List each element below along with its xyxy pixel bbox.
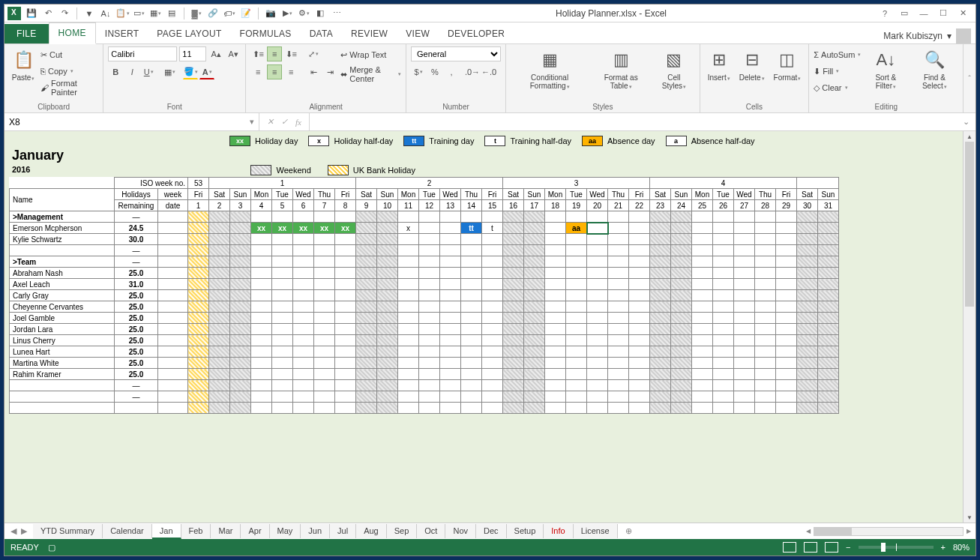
- day-cell[interactable]: [419, 268, 440, 279]
- day-cell[interactable]: [713, 335, 734, 346]
- fill-button[interactable]: ⬇Fill: [814, 63, 861, 79]
- day-cell[interactable]: [377, 290, 398, 301]
- day-cell[interactable]: [755, 268, 776, 279]
- sheet-tab-setup[interactable]: Setup: [507, 524, 544, 538]
- sheet-tab-may[interactable]: May: [270, 524, 301, 538]
- day-cell[interactable]: [545, 346, 566, 358]
- macro-record-icon[interactable]: ▢: [48, 543, 55, 553]
- sheet-tab-oct[interactable]: Oct: [417, 524, 445, 538]
- merge-center-button[interactable]: ⬌Merge & Center: [340, 66, 401, 82]
- day-cell[interactable]: [503, 369, 524, 380]
- number-format-select[interactable]: General: [411, 46, 501, 61]
- day-cell[interactable]: [314, 358, 335, 369]
- italic-button[interactable]: I: [124, 64, 139, 79]
- day-cell[interactable]: [230, 301, 251, 313]
- zoom-in-icon[interactable]: +: [941, 543, 946, 552]
- ribbon-tab-data[interactable]: DATA: [301, 24, 342, 43]
- day-cell[interactable]: [671, 335, 692, 346]
- day-cell[interactable]: [293, 279, 314, 290]
- day-cell[interactable]: [293, 346, 314, 358]
- day-cell[interactable]: [776, 301, 797, 313]
- day-cell[interactable]: [188, 335, 209, 346]
- day-cell[interactable]: [587, 335, 608, 346]
- vertical-scrollbar[interactable]: ▲ ▼: [963, 131, 976, 523]
- zoom-out-icon[interactable]: −: [846, 543, 850, 552]
- comma-icon[interactable]: ,: [444, 64, 459, 79]
- collapse-ribbon-icon[interactable]: ˆ: [964, 74, 976, 83]
- day-cell[interactable]: [818, 279, 839, 290]
- day-cell[interactable]: [461, 358, 482, 369]
- day-cell[interactable]: [293, 313, 314, 324]
- define-icon[interactable]: 📝: [240, 7, 252, 19]
- align-center-icon[interactable]: ≡: [267, 64, 282, 79]
- day-cell[interactable]: [377, 223, 398, 234]
- ribbon-options-icon[interactable]: ▭: [899, 8, 910, 19]
- day-cell[interactable]: [356, 268, 377, 279]
- day-cell[interactable]: [356, 358, 377, 369]
- day-cell[interactable]: [524, 346, 545, 358]
- increase-indent-icon[interactable]: ⇥: [322, 64, 337, 79]
- day-cell[interactable]: [629, 369, 650, 380]
- day-cell[interactable]: [251, 234, 272, 245]
- day-cell[interactable]: [272, 279, 293, 290]
- day-cell[interactable]: [587, 324, 608, 335]
- day-cell[interactable]: [188, 223, 209, 234]
- day-cell[interactable]: [755, 346, 776, 358]
- day-cell[interactable]: [335, 324, 356, 335]
- fill-color-button[interactable]: 🪣: [183, 64, 198, 79]
- format-painter-button[interactable]: 🖌Format Painter: [40, 79, 98, 96]
- day-cell[interactable]: [503, 313, 524, 324]
- day-cell[interactable]: [398, 358, 419, 369]
- day-cell[interactable]: [419, 335, 440, 346]
- day-cell[interactable]: [776, 234, 797, 245]
- sheet-tab-dec[interactable]: Dec: [476, 524, 507, 538]
- day-cell[interactable]: [314, 234, 335, 245]
- day-cell[interactable]: [692, 301, 713, 313]
- day-cell[interactable]: [671, 268, 692, 279]
- hscroll-track[interactable]: [814, 527, 964, 536]
- day-cell[interactable]: [566, 313, 587, 324]
- day-cell[interactable]: [188, 369, 209, 380]
- add-sheet-button[interactable]: ⊕: [618, 526, 640, 536]
- day-cell[interactable]: [419, 369, 440, 380]
- day-cell[interactable]: [461, 234, 482, 245]
- day-cell[interactable]: [524, 313, 545, 324]
- day-cell[interactable]: tt: [461, 223, 482, 234]
- day-cell[interactable]: [335, 358, 356, 369]
- day-cell[interactable]: [377, 313, 398, 324]
- day-cell[interactable]: [797, 346, 818, 358]
- employee-name[interactable]: Joel Gamble: [10, 313, 115, 324]
- day-cell[interactable]: [188, 346, 209, 358]
- day-cell[interactable]: [188, 234, 209, 245]
- day-cell[interactable]: x: [398, 223, 419, 234]
- page-break-view-icon[interactable]: [825, 542, 838, 553]
- insert-cells-button[interactable]: ⊞Insert: [705, 46, 733, 83]
- underline-button[interactable]: U: [141, 64, 156, 79]
- day-cell[interactable]: [797, 313, 818, 324]
- orientation-icon[interactable]: ⤢: [306, 46, 321, 61]
- day-cell[interactable]: [209, 279, 230, 290]
- day-cell[interactable]: [587, 346, 608, 358]
- day-cell[interactable]: [335, 369, 356, 380]
- day-cell[interactable]: [335, 313, 356, 324]
- day-cell[interactable]: [209, 301, 230, 313]
- day-cell[interactable]: [272, 324, 293, 335]
- day-cell[interactable]: [230, 346, 251, 358]
- day-cell[interactable]: [251, 279, 272, 290]
- day-cell[interactable]: [524, 234, 545, 245]
- day-cell[interactable]: [209, 223, 230, 234]
- day-cell[interactable]: [377, 268, 398, 279]
- horizontal-scrollbar[interactable]: ◀ ▶: [640, 527, 976, 536]
- day-cell[interactable]: [440, 290, 461, 301]
- day-cell[interactable]: [650, 279, 671, 290]
- day-cell[interactable]: [629, 223, 650, 234]
- day-cell[interactable]: [335, 234, 356, 245]
- employee-name[interactable]: Kylie Schwartz: [10, 234, 115, 245]
- font-color-button[interactable]: A: [199, 64, 214, 79]
- page-layout-view-icon[interactable]: [804, 542, 817, 553]
- normal-view-icon[interactable]: [783, 542, 796, 553]
- day-cell[interactable]: [440, 313, 461, 324]
- day-cell[interactable]: [272, 301, 293, 313]
- day-cell[interactable]: aa: [566, 223, 587, 234]
- sheet-tab-nov[interactable]: Nov: [445, 524, 476, 538]
